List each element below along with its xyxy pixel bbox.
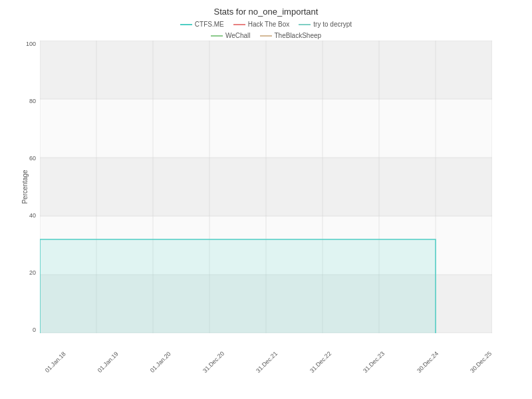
legend-label-hackthebox: Hack The Box: [248, 21, 290, 28]
legend-label-trydecrypt: try to decrypt: [313, 21, 352, 28]
legend-label-wechall: WeChall: [225, 32, 251, 39]
legend-item-wechall: WeChall: [211, 32, 251, 39]
x-label-3: 31.Dec.20: [201, 350, 225, 374]
x-label-6: 31.Dec.23: [362, 350, 386, 374]
legend: CTFS.ME Hack The Box try to decrypt: [0, 21, 532, 28]
x-label-2: 01.Jan.20: [149, 350, 172, 374]
legend-label-ctfs: CTFS.ME: [195, 21, 224, 28]
x-label-5: 31.Dec.22: [309, 350, 332, 374]
x-label-7: 30.Dec.24: [416, 350, 440, 374]
chart-area: Percentage 100 80 60 40 20 0: [40, 41, 492, 333]
x-label-0: 01.Jan.18: [44, 350, 67, 374]
chart-svg: [40, 41, 492, 333]
y-axis-labels: 100 80 60 40 20 0: [16, 41, 36, 333]
y-label-100: 100: [16, 41, 36, 47]
chart-title: Stats for no_one_important: [0, 0, 532, 17]
y-label-40: 40: [16, 212, 36, 219]
y-label-80: 80: [16, 98, 36, 104]
chart-container: Stats for no_one_important CTFS.ME Hack …: [0, 0, 532, 399]
legend-line-blacksheep: [260, 35, 272, 37]
legend-item-ctfs: CTFS.ME: [180, 21, 224, 28]
legend-line-trydecrypt: [299, 24, 311, 25]
legend-line-wechall: [211, 35, 223, 37]
y-label-60: 60: [16, 155, 36, 162]
legend-item-hackthebox: Hack The Box: [233, 21, 290, 28]
legend-line-hackthebox: [233, 24, 245, 25]
x-axis-labels: 01.Jan.18 01.Jan.19 01.Jan.20 31.Dec.20 …: [40, 357, 492, 366]
x-label-4: 31.Dec.21: [255, 350, 279, 374]
legend-line-ctfs: [180, 24, 192, 25]
svg-marker-20: [40, 239, 436, 333]
y-label-0: 0: [16, 327, 36, 333]
legend-item-trydecrypt: try to decrypt: [299, 21, 352, 28]
x-label-8: 30.Dec.25: [469, 350, 493, 374]
x-label-1: 01.Jan.19: [96, 350, 120, 374]
legend-label-blacksheep: TheBlackSheep: [275, 32, 322, 39]
y-label-20: 20: [16, 269, 36, 276]
legend-row2: WeChall TheBlackSheep: [0, 32, 532, 39]
legend-item-blacksheep: TheBlackSheep: [260, 32, 322, 39]
